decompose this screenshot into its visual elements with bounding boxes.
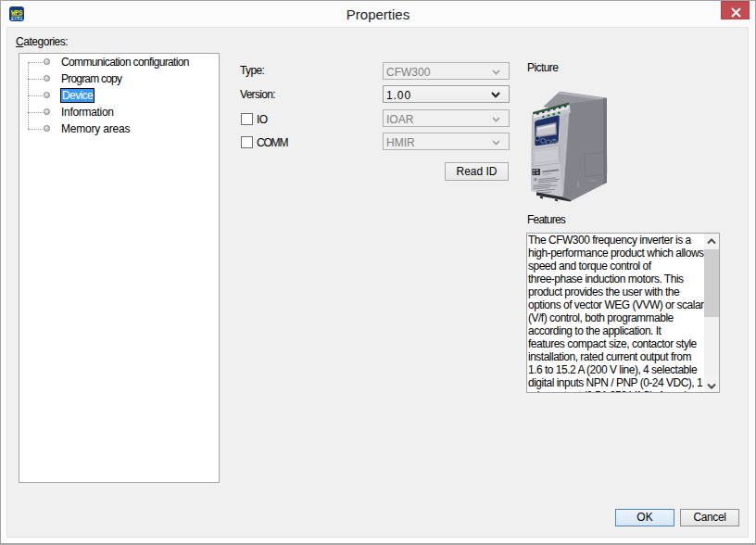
svg-text:WEG: WEG — [589, 179, 598, 184]
svg-text:WPS: WPS — [11, 9, 23, 17]
